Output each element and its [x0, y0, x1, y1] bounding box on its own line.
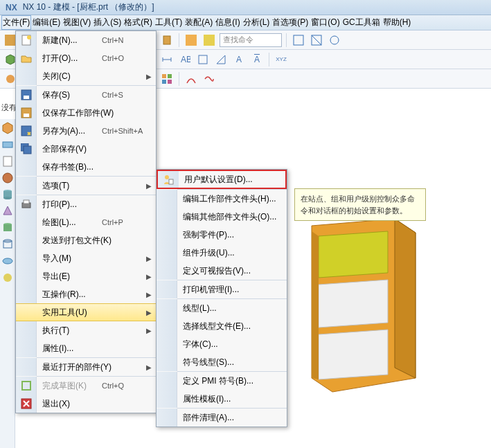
submenu-arrow-icon: ▶: [146, 273, 152, 280]
file-menu-item[interactable]: 互操作(R)...▶: [16, 285, 156, 303]
file-menu-item[interactable]: 打开(O)...Ctrl+O: [16, 49, 156, 67]
titlebar: NX NX 10 - 建模 - [厨柜.prt （修改的）]: [0, 0, 491, 15]
tb2-tri-icon[interactable]: [213, 52, 229, 67]
tb2-a2-icon[interactable]: A: [249, 52, 265, 67]
ls-misc-icon[interactable]: [1, 271, 14, 284]
menu-gctoolbox[interactable]: GC工具箱: [341, 15, 382, 30]
tb-wire1-icon[interactable]: [291, 33, 306, 48]
menu-prefs[interactable]: 首选项(P): [271, 15, 310, 30]
blank-icon: [157, 208, 177, 226]
blank-icon: [16, 213, 37, 231]
tb2-xyz-icon[interactable]: XYZ: [274, 52, 289, 67]
tb-wire2-icon[interactable]: [309, 33, 324, 48]
file-menu-item[interactable]: 属性(I)...: [16, 339, 156, 357]
ls-sphere-icon[interactable]: [1, 172, 14, 184]
ls-cube-icon[interactable]: [1, 122, 14, 134]
tb2-dim2-icon[interactable]: ABC: [177, 52, 193, 67]
file-menu-item[interactable]: 导入(M)▶: [16, 249, 156, 267]
ls-plane-icon[interactable]: [1, 138, 14, 151]
menu-format[interactable]: 格式(R): [123, 15, 154, 30]
tb3-grid-icon[interactable]: [159, 71, 175, 87]
ls-cone-icon[interactable]: [1, 205, 14, 217]
util-menu-item[interactable]: 强制零件(P)...: [157, 226, 287, 244]
util-menu-item[interactable]: 编辑其他部件文件头(O)...: [157, 208, 287, 226]
blank-icon: [16, 249, 37, 267]
file-menu-item[interactable]: 打印(P)...: [16, 195, 156, 213]
menu-view[interactable]: 视图(V): [62, 15, 92, 30]
menu-help[interactable]: 帮助(H): [382, 15, 413, 30]
tb-paste-icon[interactable]: [159, 33, 175, 48]
file-menu-item[interactable]: 选项(T)▶: [16, 177, 156, 195]
menu-info[interactable]: 信息(I): [214, 15, 241, 30]
util-menu-item[interactable]: 编辑工作部件文件头(H)...: [157, 190, 287, 208]
menu-item-label: 另存为(A)...: [37, 125, 102, 137]
menu-item-label: 互操作(R)...: [37, 289, 156, 301]
tb-func2-icon[interactable]: [202, 33, 217, 48]
ls-cyl-icon[interactable]: [1, 188, 14, 201]
svg-rect-53: [22, 382, 30, 390]
file-menu-item[interactable]: 新建(N)...Ctrl+N: [16, 31, 156, 49]
menu-edit[interactable]: 编辑(E): [31, 15, 62, 30]
command-search[interactable]: 查找命令: [220, 33, 282, 47]
util-menu-item[interactable]: 字体(C)...: [157, 335, 287, 353]
util-menu-item[interactable]: 用户默认设置(D)...: [157, 170, 287, 189]
file-menu-item[interactable]: 执行(T)▶: [16, 321, 156, 339]
util-menu-item[interactable]: 组件升级(U)...: [157, 244, 287, 262]
submenu-item-label: 编辑工作部件文件头(H)...: [177, 193, 287, 205]
util-menu-item[interactable]: 符号线型(S)...: [157, 353, 287, 371]
blank-icon: [16, 339, 37, 357]
menu-analyze[interactable]: 分析(L): [242, 15, 271, 30]
util-menu-item[interactable]: 线型(L)...: [157, 299, 287, 317]
file-menu-item[interactable]: 关闭(C)▶: [16, 67, 156, 85]
file-menu-item[interactable]: 全部保存(V): [16, 140, 156, 158]
submenu-arrow-icon: ▶: [146, 309, 152, 316]
file-menu-item[interactable]: 保存(S)Ctrl+S: [16, 86, 156, 104]
tb2-dim3-icon[interactable]: [195, 52, 211, 67]
tb-wire3-icon[interactable]: [327, 33, 342, 48]
util-menu-item[interactable]: 属性模板(I)...: [157, 390, 287, 408]
tb-func1-icon[interactable]: [184, 33, 199, 48]
submenu-item-label: 组件升级(U)...: [177, 247, 287, 259]
svg-point-11: [330, 36, 339, 44]
file-menu-item[interactable]: 发送到打包文件(K): [16, 231, 156, 249]
window-title: NX 10 - 建模 - [厨柜.prt （修改的）]: [20, 1, 154, 13]
file-menu-item[interactable]: 实用工具(U)▶: [16, 303, 156, 321]
menu-insert[interactable]: 插入(S): [92, 15, 123, 30]
tb3-curve2-icon[interactable]: [202, 71, 217, 87]
file-menu-item[interactable]: 退出(X): [16, 395, 156, 413]
tb2-dim1-icon[interactable]: [159, 52, 175, 67]
file-menu-item[interactable]: 仅保存工作部件(W): [16, 104, 156, 122]
svg-rect-0: [5, 35, 16, 46]
blank-icon: [157, 262, 177, 280]
util-menu-item[interactable]: 打印机管理(I)...: [157, 280, 287, 298]
ls-cyl2-icon[interactable]: [1, 222, 14, 234]
menu-assembly[interactable]: 装配(A): [184, 15, 214, 30]
file-menu-item[interactable]: 绘图(L)...Ctrl+P: [16, 213, 156, 231]
menu-window[interactable]: 窗口(O): [310, 15, 341, 30]
ls-sheet-icon[interactable]: [1, 155, 14, 168]
menu-item-label: 完成草图(K): [37, 380, 102, 392]
file-menu-item[interactable]: 另存为(A)...Ctrl+Shift+A: [16, 122, 156, 140]
blank-icon: [16, 158, 37, 176]
file-menu-item[interactable]: 最近打开的部件(Y)▶: [16, 358, 156, 376]
util-menu-item[interactable]: 选择线型文件(E)...: [157, 317, 287, 335]
util-menu-item[interactable]: 部件清理(A)...: [157, 409, 287, 427]
file-menu-item[interactable]: 导出(E)▶: [16, 267, 156, 285]
svg-rect-5: [163, 36, 170, 44]
util-menu-item[interactable]: 定义可视报告(V)...: [157, 262, 287, 280]
menu-file[interactable]: 文件(F): [1, 15, 31, 30]
menu-item-label: 选项(T): [37, 180, 156, 192]
submenu-item-label: 定义可视报告(V)...: [177, 265, 287, 277]
blank-icon: [157, 226, 177, 244]
tb3-curve1-icon[interactable]: [184, 71, 199, 87]
util-menu-item[interactable]: 定义 PMI 符号(B)...: [157, 372, 287, 390]
svg-rect-29: [168, 80, 172, 84]
ls-roll-icon[interactable]: [1, 255, 14, 267]
tb2-a-icon[interactable]: A: [231, 52, 247, 67]
file-menu-item[interactable]: 保存书签(B)...: [16, 158, 156, 176]
menu-tools[interactable]: 工具(T): [154, 15, 184, 30]
file-menu-dropdown: 新建(N)...Ctrl+N打开(O)...Ctrl+O关闭(C)▶保存(S)C…: [15, 30, 157, 413]
new-icon: [16, 31, 37, 49]
ls-tube-icon[interactable]: [1, 238, 14, 251]
viewport-model[interactable]: [298, 219, 422, 399]
